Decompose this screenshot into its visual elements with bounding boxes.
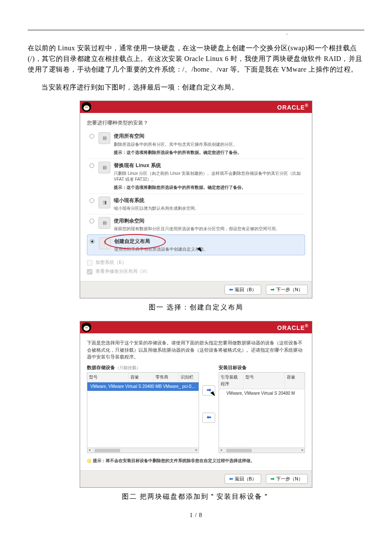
move-right-button[interactable]: ➡: [202, 385, 215, 396]
installer-screenshot-2: ORACLE® 下面是您选择用于这个安装的存储设备。请使用下面的箭头指定您要用做…: [80, 321, 312, 488]
scrollbar[interactable]: ◂▸: [87, 448, 199, 453]
radio-icon-selected: [90, 239, 95, 244]
back-button[interactable]: ⬅返回（B）: [225, 285, 261, 295]
storage-description: 下面是您选择用于这个安装的存储设备。请使用下面的箭头指定您要用做数据驱动器的设备…: [87, 339, 305, 361]
next-button[interactable]: ➡下一步（N）: [266, 285, 308, 295]
back-button[interactable]: ⬅返回（B）: [225, 474, 261, 484]
encrypt-checkbox[interactable]: 加密系统（E）: [87, 259, 305, 266]
option-hint: 提示：这个选项将删除所选设备中的所有数据。确定您进行了备份。: [114, 149, 303, 156]
radio-icon: [89, 219, 94, 223]
radio-icon: [89, 134, 94, 139]
cursor-icon: [210, 391, 216, 397]
disk-icon: ▤: [98, 162, 110, 173]
installer-screenshot-1: ORACLE® 您要进行哪种类型的安装？ ▤ 使用所有空间 删除所选设备中的所有…: [80, 101, 312, 298]
panel-title-left: 数据存储设备: [87, 365, 115, 370]
target-device-row[interactable]: VMware, VMware Virtual S 20480 M: [219, 389, 305, 398]
review-layout-checkbox[interactable]: 查看并修改分区布局（V）: [87, 268, 305, 275]
oracle-logo: ORACLE®: [277, 102, 309, 112]
radio-icon: [89, 198, 94, 203]
oracle-logo: ORACLE®: [277, 323, 309, 332]
installer-header: ORACLE®: [80, 321, 312, 333]
disk-icon: ◨: [98, 197, 110, 208]
left-table-header: 型号 容量 零售商 识别栏: [87, 373, 199, 382]
option-use-all-space[interactable]: ▤ 使用所有空间 删除所选设备中的所有分区。其中包含其它操作系统创建的分区。 提…: [87, 130, 305, 158]
figure-1-caption: 图一 选择：创建自定义布局: [28, 302, 364, 313]
right-table-header: 引导装载程序 型号 容量: [219, 373, 305, 389]
figure-2-caption: 图二 把两块磁盘都添加到＂安装目标设备＂: [28, 491, 364, 502]
install-target-panel: 安装目标设备 引导装载程序 型号 容量 VMware, VMware Virtu…: [219, 364, 305, 454]
tux-icon: [82, 323, 91, 332]
intro-paragraph-1: 在以前的 Linux 安装过程中，通常使用一块硬盘，在这一块硬盘上创建一个交换分…: [28, 43, 364, 75]
intro-paragraph-2: 当安装程序进行到如下图时，选择最后一项：创建自定义布局。: [28, 82, 364, 93]
option-desc: 只删除 Linux 分区（由之前的 Linux 安装创建的）。这样就不会删除您存…: [114, 171, 303, 182]
option-title: 使用所有空间: [114, 132, 303, 140]
option-desc: 使用分区工具手动在所选设备中创建自定义布局。: [114, 246, 303, 252]
option-desc: 删除所选设备中的所有分区。其中包含其它操作系统创建的分区。: [114, 142, 303, 147]
option-desc: 保留您的现有数据和分区且只使用所选设备中的未分区空间，假设您有足够的空间可用。: [114, 226, 303, 232]
option-title: 缩小现有系统: [114, 197, 303, 205]
option-custom-layout[interactable]: ? 创建自定义布局 使用分区工具手动在所选设备中创建自定义布局。: [87, 234, 305, 255]
panel-title-right: 安装目标设备: [219, 365, 247, 370]
option-shrink[interactable]: ◨ 缩小现有系统 缩小现有分区以便为默认布局生成剩余空间。: [87, 194, 305, 214]
custom-icon: ?: [99, 237, 111, 249]
option-title: 使用剩余空间: [114, 217, 303, 225]
installer-header: ORACLE®: [80, 101, 312, 113]
arrow-left-icon: ⬅: [229, 476, 233, 482]
option-desc: 缩小现有分区以便为默认布局生成剩余空间。: [114, 205, 303, 211]
arrow-right-icon: ➡: [271, 476, 274, 482]
lightbulb-icon: [87, 459, 91, 463]
option-use-free-space[interactable]: ▤ 使用剩余空间 保留您的现有数据和分区且只使用所选设备中的未分区空间，假设您有…: [87, 214, 305, 234]
arrow-left-icon: ⬅: [207, 413, 211, 422]
page-number: 1 / 8: [28, 511, 364, 520]
arrow-left-icon: ⬅: [229, 287, 233, 292]
arrow-right-icon: ➡: [271, 287, 274, 292]
move-left-button[interactable]: ⬅: [202, 413, 215, 423]
option-replace-linux[interactable]: ▤ 替换现有 Linux 系统 只删除 Linux 分区（由之前的 Linux …: [87, 159, 305, 194]
option-title: 替换现有 Linux 系统: [114, 162, 303, 170]
tip-row: 提示：将不会在安装目标设备中删除您的文件系统除非您在自定义过程中选择这样做。: [87, 455, 305, 466]
option-hint: 提示：这个选项将删除您所选设备中的所有数据。确定您进行了备份。: [114, 184, 303, 191]
option-title: 创建自定义布局: [114, 237, 303, 246]
data-storage-panel: 数据存储设备（只能挂载） 型号 容量 零售商 识别栏 VMware, VMwar…: [87, 364, 199, 454]
radio-icon: [89, 163, 94, 168]
storage-device-row[interactable]: VMware, VMware Virtual S 20480 MB VMware…: [87, 382, 199, 391]
disk-icon: ▤: [98, 132, 110, 144]
next-button[interactable]: ➡下一步（N）: [266, 474, 308, 484]
tux-icon: [82, 102, 91, 112]
install-type-question: 您要进行哪种类型的安装？: [87, 119, 305, 127]
scrollbar[interactable]: ◂▸: [219, 448, 305, 453]
disk-icon: ▤: [98, 217, 110, 229]
